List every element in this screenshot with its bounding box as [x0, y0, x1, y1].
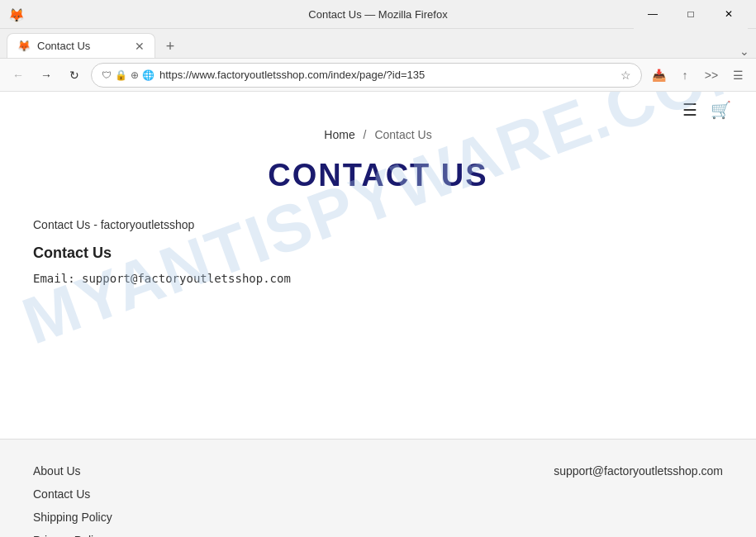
extensions-button[interactable]: >> — [700, 64, 723, 87]
close-button[interactable]: ✕ — [710, 0, 748, 29]
pocket-button[interactable]: 📥 — [647, 64, 670, 87]
nav-right-icons: 📥 ↑ >> ☰ — [647, 64, 749, 87]
lock-icon: 🔒 — [115, 69, 127, 81]
share-button[interactable]: ↑ — [673, 64, 697, 87]
maximize-button[interactable]: □ — [672, 0, 710, 29]
browser-controls: — □ ✕ — [634, 0, 748, 29]
contact-heading: Contact Us — [33, 245, 723, 262]
info-icon: ⊕ — [131, 69, 139, 81]
page-header: ☰ 🛒 — [0, 92, 756, 128]
footer-support-email: support@factoryoutletsshop.com — [554, 464, 723, 478]
hamburger-menu-icon[interactable]: ☰ — [682, 100, 697, 120]
breadcrumb-home[interactable]: Home — [324, 128, 354, 141]
footer: About Us Contact Us Shipping Policy Priv… — [0, 439, 756, 537]
back-button[interactable]: ← — [7, 64, 30, 87]
cart-icon[interactable]: 🛒 — [711, 100, 731, 120]
footer-links: About Us Contact Us Shipping Policy Priv… — [33, 464, 112, 537]
globe-icon: 🌐 — [142, 69, 155, 81]
tab-bar: 🦊 Contact Us ✕ + ⌄ — [0, 29, 756, 59]
navigation-bar: ← → ↻ 🛡 🔒 ⊕ 🌐 https://www.factoryoutlets… — [0, 59, 756, 92]
footer-link-privacy[interactable]: Privacy Policy — [33, 534, 112, 537]
browser-title: Contact Us — Mozilla Firefox — [308, 8, 447, 21]
tab-favicon: 🦊 — [17, 40, 31, 52]
tab-label: Contact Us — [37, 40, 90, 52]
browser-titlebar: 🦊 Contact Us — Mozilla Firefox — □ ✕ — [0, 0, 756, 29]
tab-menu-button[interactable]: ⌄ — [739, 45, 749, 58]
bookmark-icon[interactable]: ☆ — [620, 69, 631, 82]
page-content: MYANTISPYWARE.COM ☰ 🛒 Home / Contact Us … — [0, 92, 756, 439]
forward-button[interactable]: → — [35, 64, 58, 87]
footer-link-about[interactable]: About Us — [33, 464, 112, 478]
breadcrumb: Home / Contact Us — [0, 128, 756, 141]
breadcrumb-separator: / — [364, 128, 367, 141]
email-value: support@factoryoutletsshop.com — [82, 272, 291, 285]
new-tab-button[interactable]: + — [159, 35, 182, 58]
footer-link-contact[interactable]: Contact Us — [33, 487, 112, 501]
menu-button[interactable]: ☰ — [726, 64, 749, 87]
address-bar-icons: 🛡 🔒 ⊕ 🌐 — [102, 69, 155, 81]
email-label: Email: — [33, 272, 75, 285]
active-tab[interactable]: 🦊 Contact Us ✕ — [7, 33, 155, 58]
url-text: https://www.factoryoutletsshop.com/index… — [159, 69, 616, 81]
footer-link-shipping[interactable]: Shipping Policy — [33, 511, 112, 524]
shield-icon: 🛡 — [102, 69, 112, 81]
contact-email: Email: support@factoryoutletsshop.com — [33, 272, 723, 285]
content-subtitle: Contact Us - factoryoutletsshop — [33, 218, 723, 231]
browser-favicon: 🦊 — [8, 7, 21, 21]
content-area: Contact Us - factoryoutletsshop Contact … — [0, 218, 756, 285]
refresh-button[interactable]: ↻ — [63, 64, 86, 87]
page-title: CONTACT US — [0, 158, 756, 193]
tab-close-button[interactable]: ✕ — [135, 40, 145, 53]
breadcrumb-current: Contact Us — [374, 128, 431, 141]
minimize-button[interactable]: — — [634, 0, 672, 29]
address-bar[interactable]: 🛡 🔒 ⊕ 🌐 https://www.factoryoutletsshop.c… — [91, 63, 642, 88]
